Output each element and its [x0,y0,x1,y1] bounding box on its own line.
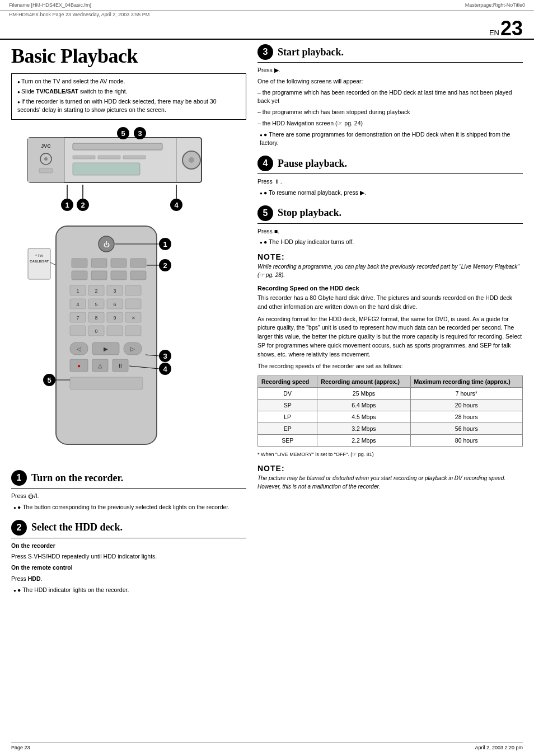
bullet-item-3: If the recorder is turned on with HDD de… [17,97,240,115]
note1-heading: NOTE: [257,252,523,261]
table-footnote: * When "LIVE MEMORY" is set to "OFF". (☞… [257,451,523,458]
svg-text:▶: ▶ [104,346,108,352]
step-5-header: 5 Stop playback. [257,205,523,224]
step-3-intro: One of the following screens will appear… [257,77,523,86]
svg-text:△: △ [98,363,102,369]
table-cell-time-4: 80 hours [410,435,522,447]
svg-rect-10 [123,156,146,159]
svg-line-33 [50,262,56,265]
step-2-title: Select the HDD deck. [31,522,123,533]
step-3-item-3: – the HDD Navigation screen (☞ pg. 24) [257,119,523,128]
step-5-press: Press ■. [257,227,523,236]
svg-rect-39 [72,259,87,267]
table-row: SEP 2.2 Mbps 80 hours [258,435,523,447]
bullet-item-1: Turn on the TV and select the AV mode. [17,77,240,86]
deck-illustration-area: JVC [11,126,246,216]
right-column: 3 Start playback. Press ▶. One of the fo… [257,40,523,599]
step-4-extra: ● To resume normal playback, press ▶. [260,189,523,198]
svg-rect-72 [70,326,86,336]
svg-text:3: 3 [163,352,167,360]
step-2-num: 2 [11,520,27,536]
table-cell-amount-0: 25 Mbps [317,388,410,400]
step-4-header: 4 Pause playback. [257,156,523,174]
footer-right: April 2, 2003 2:20 pm [475,745,523,750]
svg-text:0: 0 [95,328,97,334]
step-1-header: 1 Turn on the recorder. [11,470,246,489]
svg-text:1: 1 [65,201,69,209]
note2-heading: NOTE: [257,464,523,473]
recording-table: Recording speed Recording amount (approx… [257,375,523,447]
left-column: Basic Playback Turn on the TV and select… [11,40,246,599]
step-3-title: Start playback. [278,46,344,58]
table-cell-time-3: 56 hours [410,423,522,435]
note2-body: The picture may be blurred or distorted … [257,474,523,491]
bullet-box: Turn on the TV and select the AV mode. S… [11,73,246,120]
step-4-press: Press ⏸. [257,177,523,186]
svg-rect-9 [98,156,120,159]
svg-rect-6 [39,168,53,173]
step-1-body: Press ⏻/I. ● The button corresponding to… [11,492,246,512]
step-2-remote-label: On the remote control [11,564,246,572]
header-filename: Filename [HM-HDS4EX_04Basic.fm] [9,2,91,8]
bullet-item-2: Slide TV/CABLE/SAT switch to the right. [17,87,240,96]
svg-text:7: 7 [76,315,79,321]
step-3-press: Press ▶. [257,66,523,75]
step-4-title: Pause playback. [278,158,347,170]
table-row: EP 3.2 Mbps 56 hours [258,423,523,435]
svg-rect-43 [72,271,87,280]
deck-svg: JVC [11,126,229,213]
svg-text:4: 4 [76,302,79,307]
table-cell-amount-1: 6.4 Mbps [317,400,410,411]
svg-text:2: 2 [163,261,167,270]
table-cell-amount-4: 2.2 Mbps [317,435,410,447]
svg-text:⏸: ⏸ [118,363,123,369]
svg-text:2: 2 [81,201,85,209]
recording-speed-heading: Recording Speed on the HDD deck [257,285,523,292]
page: Filename [HM-HDS4EX_04Basic.fm] Masterpa… [0,0,534,756]
step-3-extra: ● There are some programmes for demonstr… [260,130,523,148]
table-cell-time-2: 28 hours [410,411,522,423]
svg-text:JVC: JVC [41,143,51,149]
svg-rect-45 [111,271,127,280]
svg-text:◁: ◁ [77,346,81,352]
svg-text:5: 5 [47,376,51,384]
svg-text:6: 6 [113,302,116,307]
table-cell-amount-2: 4.5 Mbps [317,411,410,423]
step-1-title: Turn on the recorder. [31,472,123,484]
header-masterpage: Masterpage:Right-NoTitle0 [465,2,525,8]
svg-rect-11 [73,163,140,175]
svg-text:●: ● [77,363,81,369]
step-2-extra: ● The HDD indicator lights on the record… [13,586,246,595]
svg-text:1: 1 [163,240,167,248]
recording-speed-intro: This recorder has a 80 Gbyte hard disk d… [257,294,523,371]
step-2-header: 2 Select the HDD deck. [11,520,246,538]
note1-body: While recording a programme, you can pla… [257,262,523,279]
step-4-body: Press ⏸. ● To resume normal playback, pr… [257,177,523,198]
page-number: 23 [500,18,523,39]
step-3-body: Press ▶. One of the following screens wi… [257,66,523,148]
remote-svg: * TV/ CABLE/SAT ⏻ 1 [11,220,229,461]
svg-text:✕: ✕ [132,316,135,321]
step-2-body: On the recorder Press S-VHS/HDD repeated… [11,542,246,595]
step-5-extra: ● The HDD play indicator turns off. [260,238,523,247]
step-2-remote-text: Press HDD. [11,575,246,584]
svg-text:8: 8 [95,315,97,321]
table-row: LP 4.5 Mbps 28 hours [258,411,523,423]
footer-left: Page 23 [11,745,30,750]
svg-rect-42 [130,259,146,267]
step-3-item-1: – the programme which has been recorded … [257,88,523,106]
header: Filename [HM-HDS4EX_04Basic.fm] Masterpa… [0,0,534,11]
step-3-item-2: – the programme which has been stopped d… [257,108,523,117]
svg-point-14 [189,157,194,163]
step-5-title: Stop playback. [278,207,341,219]
recording-table-body: DV 25 Mbps 7 hours* SP 6.4 Mbps 20 hours… [258,388,523,447]
page-number-bar: EN 23 [0,17,534,40]
step-2-recorder-label: On the recorder [11,542,246,551]
svg-rect-7 [73,143,162,150]
svg-rect-46 [130,271,146,280]
table-cell-amount-3: 3.2 Mbps [317,423,410,435]
svg-rect-76 [125,326,141,336]
svg-text:4: 4 [163,365,167,373]
step-1-bullet: ● The button corresponding to the previo… [13,503,246,512]
svg-rect-75 [107,326,123,336]
